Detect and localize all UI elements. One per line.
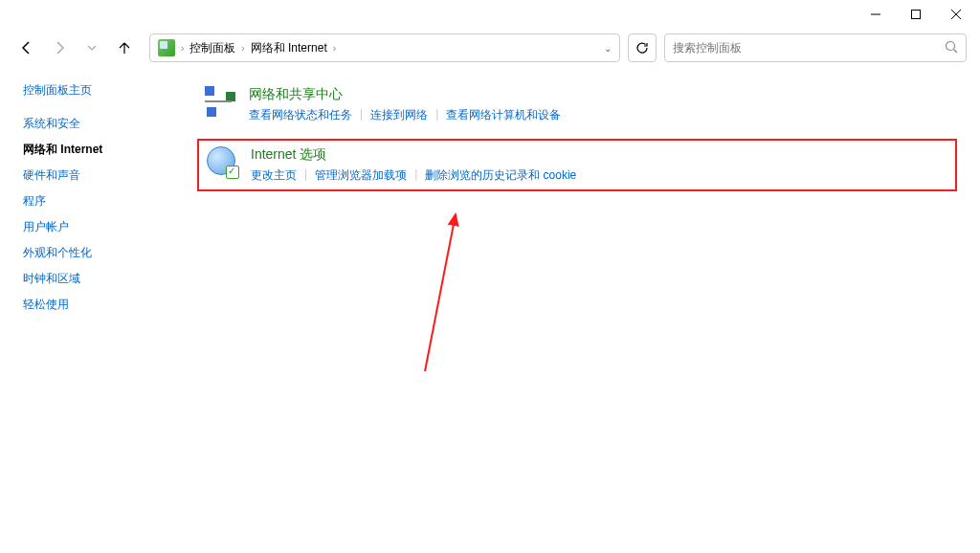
back-button[interactable] [13,34,40,61]
toolbar: › 控制面板 › 网络和 Internet › ⌄ 搜索控制面板 [0,29,980,67]
sidebar-item[interactable]: 用户帐户 [23,219,174,235]
sidebar-item[interactable]: 系统和安全 [23,116,174,132]
sidebar-item[interactable]: 轻松使用 [23,297,174,313]
separator: | [435,107,438,123]
category-title[interactable]: 网络和共享中心 [249,86,561,103]
svg-line-5 [954,49,958,53]
refresh-button[interactable] [628,33,657,62]
svg-point-4 [947,41,955,50]
address-bar[interactable]: › 控制面板 › 网络和 Internet › ⌄ [149,33,620,62]
separator: | [304,167,307,184]
minimize-button[interactable] [856,1,896,28]
category-sublink[interactable]: 删除浏览的历史记录和 cookie [425,167,576,184]
annotation-arrow [396,209,473,381]
search-placeholder: 搜索控制面板 [673,40,945,56]
titlebar [0,0,980,29]
category-title[interactable]: Internet 选项 [251,146,576,164]
internet-options-icon [207,146,237,177]
category-sublink[interactable]: 管理浏览器加载项 [315,167,407,184]
close-button[interactable] [936,1,976,28]
sidebar-item[interactable]: 网络和 Internet [23,142,174,158]
separator: | [414,167,417,184]
category-sublink[interactable]: 查看网络计算机和设备 [446,107,561,123]
address-dropdown[interactable]: ⌄ [604,43,612,54]
maximize-button[interactable] [896,1,936,28]
sidebar-item[interactable]: 程序 [23,193,174,210]
sidebar-item[interactable]: 时钟和区域 [23,271,174,287]
category-row: 网络和共享中心查看网络状态和任务|连接到网络|查看网络计算机和设备 [197,80,957,129]
category-sublink[interactable]: 连接到网络 [370,107,428,123]
category-row: Internet 选项更改主页|管理浏览器加载项|删除浏览的历史记录和 cook… [197,139,957,191]
svg-rect-1 [912,11,921,19]
search-icon[interactable] [945,40,958,56]
forward-button[interactable] [46,34,73,61]
sidebar-home[interactable]: 控制面板主页 [23,82,174,99]
breadcrumb-current[interactable]: 网络和 Internet [251,40,327,56]
svg-line-6 [425,214,456,371]
category-sublink[interactable]: 更改主页 [251,167,297,184]
chevron-right-icon: › [333,43,336,54]
chevron-right-icon: › [241,43,244,54]
chevron-right-icon: › [181,43,184,54]
sidebar: 控制面板主页 系统和安全网络和 Internet硬件和声音程序用户帐户外观和个性… [0,67,174,553]
control-panel-icon [158,39,175,56]
up-button[interactable] [111,34,138,61]
category-sublink[interactable]: 查看网络状态和任务 [249,107,352,123]
sidebar-item[interactable]: 硬件和声音 [23,167,174,184]
recent-button[interactable] [78,34,105,61]
breadcrumb-root[interactable]: 控制面板 [189,40,235,56]
sidebar-item[interactable]: 外观和个性化 [23,245,174,261]
network-icon [205,86,235,117]
search-input[interactable]: 搜索控制面板 [664,33,967,62]
separator: | [360,107,363,123]
content-area: 网络和共享中心查看网络状态和任务|连接到网络|查看网络计算机和设备Interne… [174,67,980,553]
